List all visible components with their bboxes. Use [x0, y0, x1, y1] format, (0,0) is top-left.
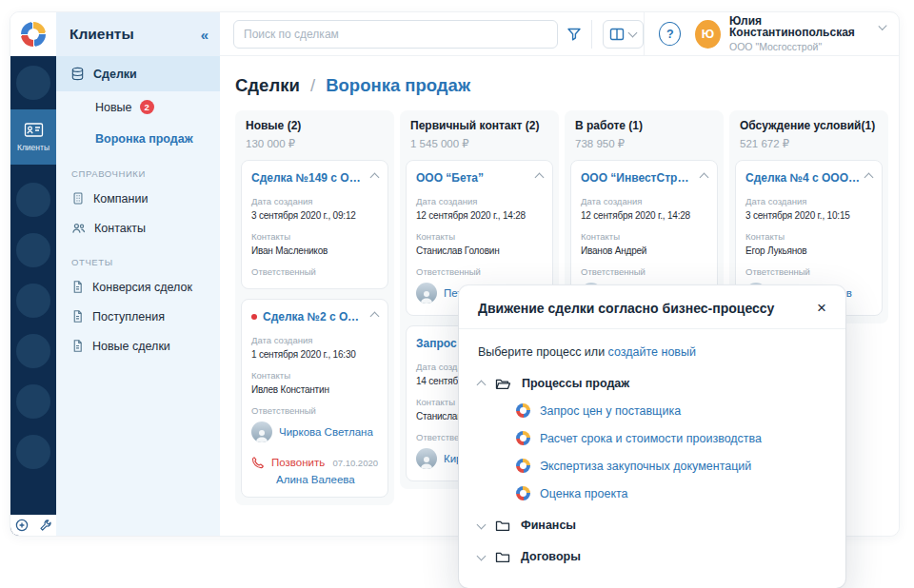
process-item[interactable]: Экспертиза закупочных документаций — [516, 459, 826, 473]
intro-text: Выберите процесс или — [478, 345, 605, 359]
rail-item-label: Клиенты — [17, 143, 50, 152]
call-date: 07.10.2020 — [332, 458, 378, 468]
chevron-up-icon[interactable] — [535, 173, 545, 183]
add-button[interactable] — [15, 519, 29, 532]
field-value: Иванов Андрей — [581, 245, 707, 256]
user-menu[interactable]: Ю Юлия Константинопольская ООО "Мосгосст… — [695, 15, 885, 52]
process-group-contracts[interactable]: Договоры — [478, 550, 826, 563]
rail-avatar-placeholder — [16, 334, 50, 368]
deal-title[interactable]: ООО “ИнвестСтрой” — [581, 171, 695, 186]
sidebar-item-funnel[interactable]: Воронка продаж — [56, 123, 220, 154]
field-label: Дата создания — [251, 196, 378, 206]
field-label: Контакты — [251, 231, 378, 242]
sidebar-item-label: Поступления — [92, 310, 165, 323]
sidebar-item-deals[interactable]: Сделки — [56, 56, 220, 91]
field-label: Ответственный — [581, 266, 707, 277]
group-label: Договоры — [521, 550, 581, 563]
field-label: Дата создания — [745, 196, 872, 206]
people-icon — [71, 222, 86, 235]
field-label: Контакты — [416, 231, 543, 242]
document-icon — [71, 280, 84, 294]
sidebar-item-contacts[interactable]: Контакты — [56, 213, 220, 243]
document-icon — [71, 339, 84, 353]
breadcrumb-parent[interactable]: Сделки — [235, 75, 300, 95]
process-group-finance[interactable]: Финансы — [478, 519, 826, 532]
process-item[interactable]: Запрос цен у поставщика — [516, 403, 826, 418]
field-value: 3 сентября 2020 г., 09:12 — [251, 210, 378, 221]
header: Клиенты « ? Ю — [10, 12, 899, 56]
document-icon — [71, 309, 84, 323]
process-group-sales[interactable]: Процессы продаж — [478, 377, 826, 390]
field-value: 3 сентября 2020 г., 10:15 — [745, 210, 872, 221]
rail-avatar-placeholder — [16, 384, 50, 419]
section-dictionaries: СПРАВОЧНИКИ — [56, 154, 220, 184]
field-value: 12 сентября 2020 г., 14:28 — [416, 210, 543, 221]
field-label: Ответственный — [251, 266, 378, 277]
rail-avatar-placeholder — [16, 284, 50, 318]
app-logo[interactable] — [10, 12, 56, 56]
chevron-down-icon — [628, 29, 638, 38]
sidebar-item-label: Воронка продаж — [95, 132, 193, 146]
sidebar-item-new[interactable]: Новые 2 — [56, 91, 220, 123]
process-label: Экспертиза закупочных документаций — [540, 460, 751, 473]
rail-avatar-placeholder — [16, 66, 50, 100]
help-button[interactable]: ? — [659, 22, 681, 46]
field-value: Станислав Головин — [416, 245, 543, 256]
call-person-link[interactable]: Алина Валеева — [276, 474, 378, 485]
field-value: Иван Маслеников — [251, 245, 378, 256]
column-amount: 521 672 ₽ — [735, 137, 883, 150]
field-label: Контакты — [745, 231, 872, 242]
group-label: Процессы продаж — [522, 377, 629, 390]
process-item[interactable]: Оценка проекта — [516, 486, 826, 500]
sidebar-item-companies[interactable]: Компании — [56, 184, 220, 213]
responsible-link[interactable]: Чиркова Светлана — [279, 426, 373, 438]
column-title: Новые (2) — [241, 119, 388, 132]
board-view-button[interactable] — [603, 20, 643, 49]
process-item[interactable]: Расчет срока и стоимости производства — [516, 431, 826, 445]
avatar — [416, 448, 437, 469]
close-icon[interactable]: × — [817, 300, 826, 316]
field-label: Дата создания — [251, 335, 378, 345]
deal-title[interactable]: Сделка №4 с ООО “Г... — [745, 171, 860, 186]
sidebar-item-new-deals[interactable]: Новые сделки — [56, 331, 220, 361]
modal-title: Движение сделки согласно бизнес-процессу — [478, 301, 817, 316]
toolbar: ? Ю Юлия Константинопольская ООО "Мосгос… — [220, 12, 899, 56]
sidebar-item-incoming[interactable]: Поступления — [56, 302, 220, 331]
create-new-link[interactable]: создайте новый — [608, 345, 696, 359]
chevron-up-icon[interactable] — [370, 312, 380, 322]
field-label: Контакты — [581, 231, 707, 242]
field-label: Контакты — [251, 370, 378, 381]
rail-item-clients[interactable]: Клиенты — [10, 109, 56, 165]
field-label: Ответственный — [745, 266, 872, 277]
chevron-up-icon[interactable] — [864, 173, 874, 183]
collapse-sidebar-icon[interactable]: « — [201, 27, 209, 43]
field-value: Ивлев Константин — [251, 384, 378, 395]
sidebar-item-conversion[interactable]: Конверсия сделок — [56, 272, 220, 302]
filter-button[interactable] — [558, 20, 591, 49]
breadcrumb-current[interactable]: Воронка продаж — [326, 75, 470, 95]
chevron-up-icon[interactable] — [700, 173, 709, 183]
chevron-up-icon[interactable] — [370, 173, 380, 183]
deal-title[interactable]: ООО “Бета” — [416, 171, 530, 186]
group-label: Финансы — [521, 519, 576, 532]
deal-title[interactable]: Сделка №149 с ООО ... — [251, 171, 366, 186]
settings-button[interactable] — [39, 519, 52, 532]
avatar — [416, 283, 437, 304]
deal-card[interactable]: Сделка №149 с ООО ... Дата создания 3 се… — [241, 160, 388, 289]
avatar — [251, 421, 272, 442]
sidebar-item-label: Компании — [93, 192, 148, 206]
deal-title[interactable]: Сделка №2 с ОА “К... — [263, 310, 366, 324]
chevron-down-icon — [878, 22, 886, 30]
search-input[interactable] — [233, 20, 558, 49]
header-divider — [644, 12, 645, 56]
call-action[interactable]: Позвонить — [271, 457, 325, 468]
user-text: Юлия Константинопольская ООО "Мосгосстро… — [729, 15, 885, 52]
columns-icon — [609, 28, 625, 41]
status-dot — [251, 314, 257, 320]
funnel-icon — [566, 27, 582, 41]
building-icon — [71, 191, 85, 206]
plus-circle-icon — [15, 519, 29, 532]
sidebar-item-label: Новые — [95, 101, 132, 114]
new-count-badge: 2 — [140, 100, 154, 114]
deal-card[interactable]: Сделка №2 с ОА “К... Дата создания 1 сен… — [241, 299, 388, 498]
